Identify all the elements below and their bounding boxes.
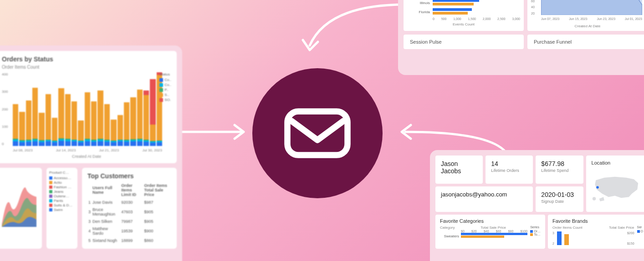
bar-column (65, 94, 71, 146)
product-category-legend: Product C… Accesso…ActioFashion …JeansOu… (46, 168, 77, 249)
bar-column (26, 100, 31, 146)
signup-date-card[interactable]: 2020-01-03 Signup Date (536, 186, 583, 212)
product-legend-card (0, 168, 42, 249)
bar-column (137, 90, 143, 146)
bar-column (104, 104, 110, 146)
chart-subtitle: Order Items Count (2, 65, 171, 70)
arrow-left-to-center (173, 118, 255, 150)
bar-column (72, 101, 77, 146)
hbar-row: Florida (407, 8, 520, 15)
bar-column (13, 104, 18, 146)
brand-bar-2 (564, 234, 569, 245)
customer-email-card[interactable]: jasonjacobs@yahoo.com (435, 186, 533, 212)
lifetime-orders-card[interactable]: 14 Lifetime Orders (486, 156, 533, 184)
bar-column (52, 118, 57, 146)
mail-circle (252, 68, 383, 198)
customer-email: jasonjacobs@yahoo.com (441, 191, 527, 198)
bar-column (46, 94, 51, 146)
bar-column (97, 90, 103, 146)
bar-column (85, 92, 90, 146)
created-at-line-card[interactable]: 12010080604020 Jun 07, 2023Jun 15, 2023J… (527, 0, 644, 31)
table-row[interactable]: 3Den Silken79987$905 (87, 218, 171, 225)
bar-column (19, 112, 25, 146)
bar-column (130, 97, 136, 146)
bar-column (118, 115, 123, 146)
location-card[interactable]: Location (586, 156, 644, 212)
arrow-top-to-center (291, 0, 410, 64)
chart-xlabel: Events Count (407, 22, 520, 26)
svg-point-2 (592, 197, 595, 200)
tab-purchase-funnel[interactable]: Purchase Funnel (527, 35, 644, 49)
bar-column (91, 101, 97, 146)
top-customers-card[interactable]: Top Customers Users Full NameOrder Items… (82, 168, 177, 249)
us-map-icon (592, 169, 642, 206)
bar-column (143, 90, 149, 146)
bar-column (124, 102, 129, 146)
svg-point-1 (596, 186, 599, 189)
dashboard-panel-left: Orders by Status Order Items Count 40030… (0, 45, 182, 261)
bar-column (32, 88, 38, 146)
customer-name: Jason Jacobs (441, 160, 477, 175)
chart-legend: Status Co..Co..P..S..SO. (159, 72, 171, 103)
location-title: Location (592, 160, 642, 166)
category-bar-row: Sweaters (440, 233, 527, 239)
brand-bar-1 (557, 231, 562, 245)
bar-column (58, 88, 64, 146)
table-title: Top Customers (87, 172, 171, 180)
table-row[interactable]: 5Sixtand Nogh18899$860 (87, 237, 171, 244)
bar-column (78, 120, 83, 146)
chart-title: Orders by Status (2, 55, 171, 63)
lifetime-spend-card[interactable]: $677.98 Lifetime Spend (536, 156, 583, 184)
mail-icon (283, 104, 352, 163)
dashboard-panel-bottom-right: Jason Jacobs 14 Lifetime Orders $677.98 … (430, 150, 644, 261)
table-row[interactable]: 3Bruce Menaughton47603$905 (87, 206, 171, 218)
orders-chart: 4003002001000 Jul 08, 2023Jul 14, 2023Ju… (2, 72, 171, 159)
tab-session-pulse[interactable]: Session Pulse (404, 35, 524, 49)
bar-column (39, 113, 44, 146)
favorite-brands-card[interactable]: Favorite Brands Order Items Count Total … (548, 215, 644, 249)
svg-rect-0 (287, 111, 348, 155)
chart-xlabel: Created At Date (531, 24, 644, 28)
events-by-state-card[interactable]: TexasNew YorkIllinoisFlorida 05001,0001,… (404, 0, 524, 31)
table-row[interactable]: 4Matthew Sardo19539$900 (87, 225, 171, 237)
chart-xlabel: Created At Date (2, 154, 171, 159)
hbar-row: Illinois (407, 0, 520, 6)
customer-name-card[interactable]: Jason Jacobs (435, 156, 483, 184)
top-customers-table: Users Full NameOrder Items Limit IDOrder… (87, 181, 171, 244)
favorite-categories-card[interactable]: Favorite Categories Category Total Sale … (435, 215, 545, 249)
dashboard-panel-top-right: TexasNew YorkIllinoisFlorida 05001,0001,… (398, 0, 644, 75)
bar-column (111, 120, 116, 146)
table-row[interactable]: 1Jose Davis92030$987 (87, 199, 171, 206)
bar-column (150, 79, 155, 146)
orders-by-status-card[interactable]: Orders by Status Order Items Count 40030… (0, 51, 177, 163)
